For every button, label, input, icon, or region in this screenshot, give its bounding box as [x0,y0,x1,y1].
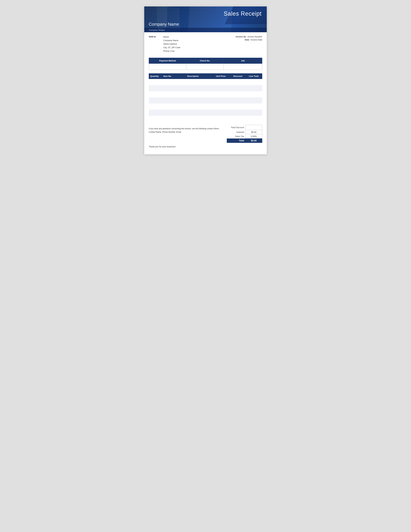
total-label: Total [227,139,245,143]
sales-receipt-page: Sales Receipt Company Name Company Sloga… [144,6,267,154]
desc-6 [175,110,211,116]
quantity-header: Quantity [149,73,160,79]
header: Sales Receipt Company Name Company Sloga… [144,6,267,32]
itemno-1 [160,79,175,85]
itemno-2 [160,85,175,91]
items-table: Quantity Item No. Description Unit Price… [149,73,262,122]
total-value: $0.00 [245,139,262,143]
check-no-cell [186,64,224,70]
total-3 [245,91,262,97]
price-4 [211,97,231,104]
price-7 [211,116,231,122]
buyer-street: Street Address [163,42,227,46]
check-no-header: Check No. [186,58,224,64]
itemno-7 [160,116,175,122]
item-row [149,110,262,116]
tax-row: Sales Tax 0.00% [227,134,262,139]
payment-method-cell [149,64,186,70]
thank-you-text: Thank you for your business! [149,145,262,148]
qty-3 [149,91,160,97]
company-name-header: Company Name [149,22,179,27]
itemno-6 [160,110,175,116]
sold-to-info: Name Company Name Street Address City, S… [163,35,227,53]
sold-to-label: Sold to [149,35,163,53]
itemno-4 [160,97,175,104]
totals-table: Total Discount Subtotal $0.00 Sales Tax … [227,125,262,143]
footer-note-text: If you have any questions concerning thi… [149,127,224,130]
invoice-no-value: Invoice Number [248,36,262,38]
description-header: Description [175,73,211,79]
item-row [149,104,262,110]
desc-1 [175,79,211,85]
price-2 [211,85,231,91]
price-5 [211,104,231,110]
buyer-city: City, ST, ZIP Code [163,46,227,49]
discount-header: Discount [231,73,245,79]
buyer-company: Company Name [163,39,227,42]
desc-3 [175,91,211,97]
qty-5 [149,104,160,110]
subtotal-label: Subtotal [227,130,245,134]
total-4 [245,97,262,104]
unit-price-header: Unit Price [211,73,231,79]
total-discount-value [245,125,262,130]
desc-7 [175,116,211,122]
footer-contact: Contact Name, Phone Number, Email [149,130,224,134]
tax-value: 0.00% [245,134,262,139]
subtotal-value: $0.00 [245,130,262,134]
item-row [149,79,262,85]
receipt-title: Sales Receipt [224,10,262,17]
item-row [149,91,262,97]
qty-1 [149,79,160,85]
job-header: Job [224,58,262,64]
qty-7 [149,116,160,122]
invoice-info: Invoice No Invoice Number Date Invoice D… [227,35,262,53]
total-discount-row: Total Discount [227,125,262,130]
thank-you-message: Thank you for your business! [149,145,262,148]
invoice-date-value: Invoice Date [251,38,262,41]
total-5 [245,104,262,110]
job-cell [224,64,262,70]
itemno-5 [160,104,175,110]
invoice-date-row: Date Invoice Date [245,38,262,41]
buyer-name: Name [163,35,227,39]
tax-label: Sales Tax [227,134,245,139]
buyer-phone: Phone | Fax [163,49,227,53]
grand-total-row: Total $0.00 [227,139,262,143]
payment-row [149,64,262,70]
desc-2 [175,85,211,91]
desc-4 [175,97,211,104]
disc-3 [231,91,245,97]
item-row [149,85,262,91]
total-discount-label: Total Discount [227,125,245,130]
item-row [149,116,262,122]
item-row [149,97,262,104]
totals-section: Total Discount Subtotal $0.00 Sales Tax … [227,125,262,143]
disc-4 [231,97,245,104]
slogan-bar: Company Slogan [144,28,267,32]
total-1 [245,79,262,85]
qty-4 [149,97,160,104]
item-no-header: Item No. [160,73,175,79]
payment-method-table: Payment Method Check No. Job [149,58,262,70]
qty-6 [149,110,160,116]
price-1 [211,79,231,85]
itemno-3 [160,91,175,97]
qty-2 [149,85,160,91]
invoice-date-label: Date [245,38,249,41]
line-total-header: Line Total [245,73,262,79]
price-3 [211,91,231,97]
total-7 [245,116,262,122]
payment-method-header: Payment Method [149,58,186,64]
subtotal-row: Subtotal $0.00 [227,130,262,134]
total-6 [245,110,262,116]
invoice-number-row: Invoice No Invoice Number [236,36,262,38]
disc-7 [231,116,245,122]
disc-5 [231,104,245,110]
company-slogan: Company Slogan [149,29,165,31]
footer-note: If you have any questions concerning thi… [149,127,227,134]
invoice-no-label: Invoice No [236,36,246,38]
desc-5 [175,104,211,110]
total-2 [245,85,262,91]
disc-1 [231,79,245,85]
